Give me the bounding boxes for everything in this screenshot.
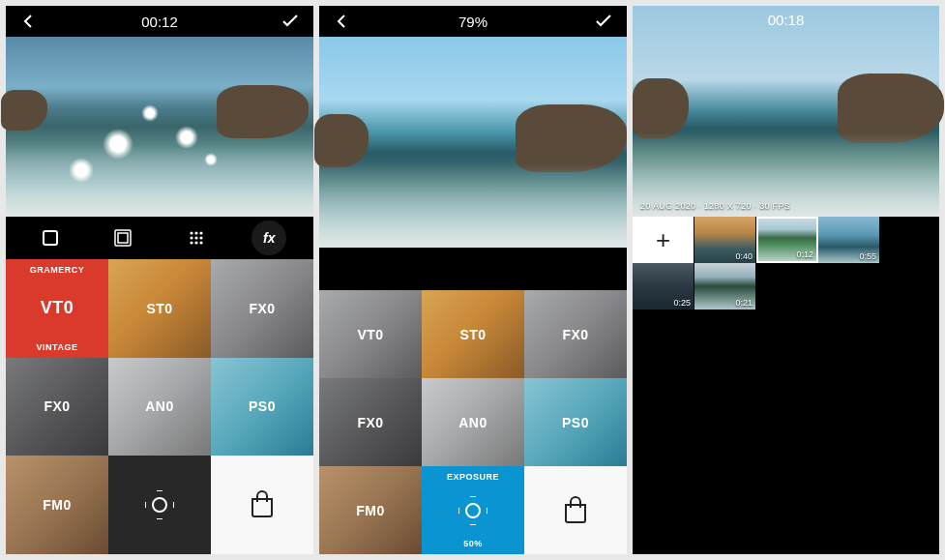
- clip-thumbnail[interactable]: 0:40: [694, 217, 756, 263]
- filter-st0[interactable]: ST0: [108, 259, 211, 358]
- filter-label: PS0: [562, 415, 589, 430]
- scene-splash: [69, 158, 94, 183]
- fx-icon: fx: [263, 230, 275, 246]
- filter-ps0[interactable]: PS0: [211, 358, 313, 457]
- arrow-left-icon: [21, 14, 37, 29]
- progress-percent: 79%: [458, 14, 487, 30]
- scene-rock: [633, 78, 689, 138]
- scene-rock: [314, 114, 369, 167]
- fx-tool[interactable]: fx: [251, 221, 286, 255]
- sun-icon: [146, 491, 173, 518]
- filter-label: PS0: [249, 398, 276, 414]
- svg-point-10: [194, 241, 197, 244]
- scene-wave: [319, 163, 627, 248]
- filter-ps0[interactable]: PS0: [524, 378, 627, 466]
- video-preview[interactable]: 00:18 20 AUG 2020 · 1280 X 720 · 30 FPS: [633, 6, 939, 217]
- filter-label: FX0: [562, 327, 588, 342]
- video-preview[interactable]: [319, 37, 627, 248]
- scene-wave: [6, 145, 313, 217]
- exposure-tool[interactable]: EXPOSURE 50%: [422, 466, 524, 554]
- top-bar: 79%: [319, 6, 627, 37]
- tool-value: 50%: [463, 539, 483, 548]
- tool-bar: fx: [6, 217, 313, 259]
- back-button[interactable]: [19, 12, 39, 31]
- filter-grid: GRAMERCY VT0 VINTAGE ST0 FX0 FX0 AN0 PS0…: [6, 259, 313, 554]
- tool-name: EXPOSURE: [447, 472, 499, 482]
- scene-splash: [141, 104, 159, 122]
- shopping-bag-icon: [251, 498, 273, 517]
- clip-duration: 0:25: [673, 298, 691, 308]
- filter-fm0[interactable]: FM0: [6, 456, 108, 554]
- store-button[interactable]: [211, 456, 313, 554]
- spacer: [319, 248, 627, 290]
- check-icon: [595, 14, 612, 29]
- sun-icon: [459, 497, 487, 524]
- filter-label: FX0: [249, 301, 275, 316]
- filter-an0[interactable]: AN0: [108, 358, 211, 457]
- svg-point-7: [194, 236, 197, 239]
- svg-point-9: [190, 241, 192, 244]
- filter-label: ST0: [459, 327, 486, 342]
- add-clip-button[interactable]: +: [633, 217, 694, 263]
- clip-duration: 0:55: [859, 251, 876, 261]
- filter-label: ST0: [146, 301, 172, 316]
- clip-thumbnail[interactable]: 0:21: [694, 263, 756, 309]
- video-time: 00:12: [141, 14, 178, 30]
- filter-fm0[interactable]: FM0: [319, 466, 422, 554]
- plus-icon: +: [656, 225, 670, 255]
- back-button[interactable]: [333, 12, 352, 31]
- filter-label: AN0: [458, 415, 487, 430]
- filter-label: FX0: [357, 415, 383, 430]
- confirm-button[interactable]: [594, 12, 613, 31]
- arrow-left-icon: [335, 14, 350, 29]
- clips-panel: 00:18 20 AUG 2020 · 1280 X 720 · 30 FPS …: [633, 6, 939, 554]
- filter-grid: VT0 ST0 FX0 FX0 AN0 PS0 FM0 EXPOSURE 50%: [319, 290, 627, 554]
- svg-point-4: [194, 231, 197, 234]
- store-button[interactable]: [524, 466, 627, 554]
- frame-icon: [114, 229, 132, 247]
- filter-label: VT0: [357, 327, 383, 342]
- clip-duration: 0:40: [735, 251, 753, 261]
- filter-fx0-2[interactable]: FX0: [319, 378, 422, 466]
- frame-tool[interactable]: [105, 221, 140, 255]
- filter-label: AN0: [145, 398, 174, 414]
- svg-point-6: [190, 236, 192, 239]
- grid-dots-icon: [189, 230, 204, 246]
- filter-vt0[interactable]: VT0: [319, 290, 422, 378]
- filter-fx0-2[interactable]: FX0: [6, 358, 108, 457]
- editor-panel-exposure: 79% VT0 ST0 FX0 FX0 AN0 PS0 FM0 EXPOSURE…: [319, 6, 627, 554]
- confirm-button[interactable]: [281, 12, 300, 31]
- clip-strip: + 0:40 0:12 0:55 0:25 0:21: [633, 217, 939, 309]
- filter-fx0[interactable]: FX0: [524, 290, 627, 378]
- svg-point-5: [199, 231, 202, 234]
- clip-thumbnail[interactable]: 0:55: [818, 217, 880, 263]
- video-time: 00:18: [768, 12, 805, 28]
- filter-an0[interactable]: AN0: [422, 378, 524, 466]
- clip-thumbnail[interactable]: 0:25: [633, 263, 694, 309]
- scene-splash: [175, 126, 198, 149]
- svg-rect-2: [118, 233, 128, 243]
- filter-subcategory: VINTAGE: [37, 342, 78, 352]
- filter-label: VT0: [41, 298, 74, 318]
- filter-label: FM0: [43, 497, 72, 513]
- scene-rock: [1, 90, 47, 131]
- svg-point-8: [199, 236, 202, 239]
- clip-duration: 0:21: [735, 298, 753, 308]
- clip-duration: 0:12: [796, 250, 813, 259]
- grid-tool[interactable]: [179, 221, 214, 255]
- svg-point-11: [199, 241, 202, 244]
- aspect-tool[interactable]: [33, 221, 68, 255]
- filter-vt0[interactable]: GRAMERCY VT0 VINTAGE: [6, 259, 108, 358]
- clip-thumbnail[interactable]: 0:12: [756, 217, 818, 263]
- filter-fx0[interactable]: FX0: [211, 259, 313, 358]
- filter-label: FX0: [44, 398, 70, 414]
- video-preview[interactable]: [6, 37, 313, 217]
- editor-panel-filters: 00:12 fx GRAMERCY VT0 VINTAGE ST0 FX0 FX…: [6, 6, 313, 554]
- scene-splash: [204, 153, 218, 166]
- scene-rock: [217, 85, 309, 138]
- square-outline-icon: [42, 229, 59, 247]
- filter-st0[interactable]: ST0: [422, 290, 524, 378]
- scene-splash: [103, 129, 133, 160]
- brightness-tool[interactable]: [108, 456, 211, 554]
- scene-rock: [516, 104, 627, 172]
